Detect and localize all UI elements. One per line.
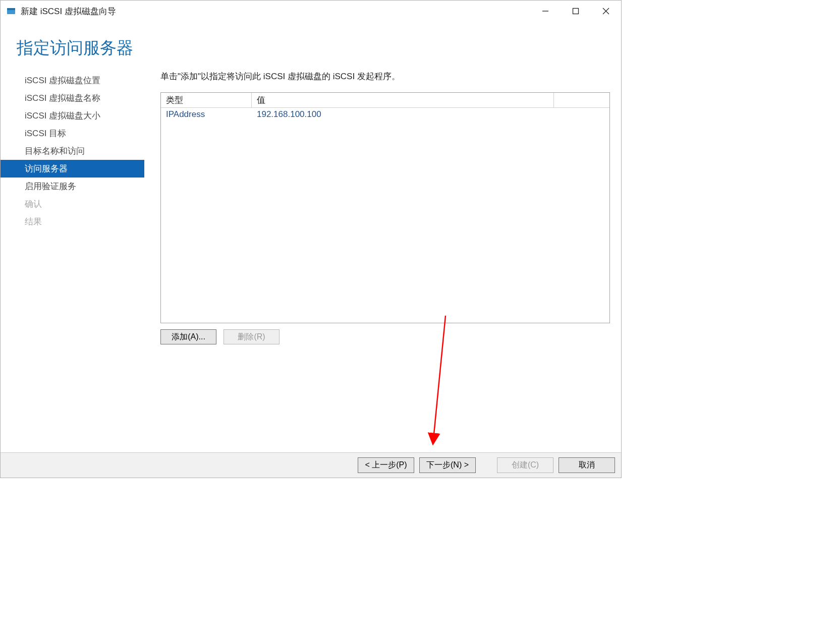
cell-value: 192.168.100.100 [252,109,609,120]
cancel-button[interactable]: 取消 [559,457,615,473]
wizard-step-4[interactable]: 目标名称和访问 [1,142,144,160]
wizard-step-3[interactable]: iSCSI 目标 [1,125,144,142]
background-below [0,478,622,644]
wizard-step-1[interactable]: iSCSI 虚拟磁盘名称 [1,89,144,107]
wizard-step-7: 确认 [1,195,144,213]
previous-button[interactable]: < 上一步(P) [358,457,414,473]
cell-type: IPAddress [161,109,252,120]
wizard-step-6[interactable]: 启用验证服务 [1,178,144,195]
table-header: 类型 值 [161,93,609,108]
column-header-blank [554,93,609,108]
column-header-value[interactable]: 值 [252,93,554,108]
wizard-step-5[interactable]: 访问服务器 [1,160,144,178]
instruction-text: 单击"添加"以指定将访问此 iSCSI 虚拟磁盘的 iSCSI 发起程序。 [160,71,610,82]
create-button: 创建(C) [497,457,553,473]
wizard-steps-sidebar: iSCSI 虚拟磁盘位置iSCSI 虚拟磁盘名称iSCSI 虚拟磁盘大小iSCS… [1,71,144,452]
svg-rect-3 [573,9,579,14]
wizard-step-8: 结果 [1,213,144,230]
window-controls [530,1,621,22]
wizard-step-2[interactable]: iSCSI 虚拟磁盘大小 [1,107,144,125]
svg-rect-1 [7,8,15,10]
table-actions: 添加(A)... 删除(R) [160,329,610,344]
column-header-type[interactable]: 类型 [161,93,252,108]
maximize-button[interactable] [561,1,591,22]
initiator-table[interactable]: 类型 值 IPAddress192.168.100.100 [160,92,610,323]
table-row[interactable]: IPAddress192.168.100.100 [161,108,609,121]
heading-area: 指定访问服务器 [1,22,621,60]
background-right [622,0,835,644]
titlebar: 新建 iSCSI 虚拟磁盘向导 [1,1,621,22]
window-title: 新建 iSCSI 虚拟磁盘向导 [21,6,530,17]
minimize-button[interactable] [530,1,561,22]
wizard-step-0[interactable]: iSCSI 虚拟磁盘位置 [1,72,144,89]
wizard-window: 新建 iSCSI 虚拟磁盘向导 指定访问服务器 iSCSI 虚拟磁盘位置iSCS… [0,0,622,478]
page-title: 指定访问服务器 [17,37,621,60]
add-button[interactable]: 添加(A)... [160,329,216,344]
remove-button: 删除(R) [224,329,280,344]
body-area: iSCSI 虚拟磁盘位置iSCSI 虚拟磁盘名称iSCSI 虚拟磁盘大小iSCS… [1,60,621,452]
wizard-footer: < 上一步(P) 下一步(N) > 创建(C) 取消 [1,452,621,478]
content-panel: 单击"添加"以指定将访问此 iSCSI 虚拟磁盘的 iSCSI 发起程序。 类型… [144,71,621,452]
app-icon [6,6,17,17]
next-button[interactable]: 下一步(N) > [419,457,476,473]
close-button[interactable] [591,1,621,22]
